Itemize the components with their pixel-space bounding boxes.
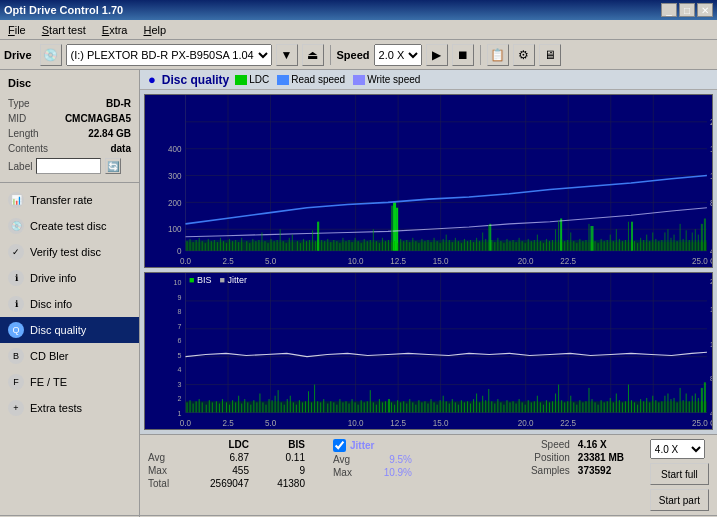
svg-rect-131 bbox=[449, 240, 450, 251]
svg-rect-46 bbox=[187, 241, 188, 251]
app-title: Opti Drive Control 1.70 bbox=[4, 4, 123, 16]
svg-rect-403 bbox=[634, 402, 635, 412]
svg-rect-367 bbox=[525, 404, 526, 412]
svg-rect-87 bbox=[315, 241, 316, 251]
monitor-btn[interactable]: 🖥 bbox=[539, 44, 561, 66]
svg-rect-333 bbox=[421, 402, 422, 412]
label-label: Label bbox=[8, 159, 32, 174]
svg-text:2.5: 2.5 bbox=[222, 255, 234, 265]
svg-rect-421 bbox=[689, 401, 690, 412]
maximize-button[interactable]: □ bbox=[679, 3, 695, 17]
legend-write-speed: Write speed bbox=[353, 74, 420, 85]
svg-rect-402 bbox=[631, 400, 632, 412]
drive-eject-btn[interactable]: ⏏ bbox=[302, 44, 324, 66]
svg-rect-338 bbox=[437, 404, 438, 412]
svg-rect-408 bbox=[649, 402, 650, 412]
nav-extra-tests[interactable]: + Extra tests bbox=[0, 395, 139, 421]
drive-refresh-btn[interactable]: ▼ bbox=[276, 44, 298, 66]
svg-rect-92 bbox=[330, 242, 331, 251]
label-icon-btn[interactable]: 🔄 bbox=[105, 158, 121, 174]
svg-rect-282 bbox=[265, 404, 266, 412]
nav-drive-info[interactable]: ℹ Drive info bbox=[0, 265, 139, 291]
svg-rect-184 bbox=[610, 235, 611, 251]
svg-rect-401 bbox=[628, 384, 629, 412]
nav-cd-bler-label: CD Bler bbox=[30, 350, 69, 362]
svg-rect-284 bbox=[272, 400, 273, 412]
settings-btn[interactable]: ⚙ bbox=[513, 44, 535, 66]
svg-rect-54 bbox=[211, 241, 212, 251]
svg-rect-399 bbox=[622, 402, 623, 412]
svg-rect-172 bbox=[573, 241, 574, 251]
left-panel: Disc Type BD-R MID CMCMAGBA5 Length 22.8… bbox=[0, 70, 140, 515]
svg-rect-129 bbox=[443, 239, 444, 251]
svg-rect-386 bbox=[582, 402, 583, 412]
svg-rect-66 bbox=[249, 243, 250, 251]
svg-rect-422 bbox=[692, 396, 693, 413]
svg-rect-262 bbox=[202, 402, 203, 412]
nav-verify-test-label: Verify test disc bbox=[30, 246, 101, 258]
svg-rect-274 bbox=[241, 403, 242, 412]
speed-select[interactable]: 2.0 X 4.0 X 6.0 X bbox=[374, 44, 422, 66]
dq-title: Disc quality bbox=[162, 73, 229, 87]
menu-start-test[interactable]: Start test bbox=[38, 22, 90, 38]
svg-rect-356 bbox=[491, 401, 492, 412]
disc-info-section: Type BD-R MID CMCMAGBA5 Length 22.84 GB … bbox=[0, 92, 139, 178]
svg-rect-193 bbox=[637, 243, 638, 251]
bis-legend: ■ BIS bbox=[189, 275, 211, 285]
start-full-button[interactable]: Start full bbox=[650, 463, 709, 485]
svg-rect-283 bbox=[269, 399, 270, 412]
svg-rect-130 bbox=[446, 235, 447, 251]
svg-rect-275 bbox=[244, 399, 245, 412]
svg-rect-187 bbox=[619, 239, 620, 251]
svg-rect-285 bbox=[275, 396, 276, 413]
svg-rect-214 bbox=[701, 224, 703, 251]
drive-icon-btn[interactable]: 💿 bbox=[40, 44, 62, 66]
nav-verify-test-disc[interactable]: ✓ Verify test disc bbox=[0, 239, 139, 265]
svg-rect-426 bbox=[704, 382, 706, 412]
copy-btn[interactable]: 📋 bbox=[487, 44, 509, 66]
nav-disc-quality[interactable]: Q Disc quality bbox=[0, 317, 139, 343]
speed-dropdown[interactable]: 4.0 X 2.0 X 6.0 X bbox=[650, 439, 705, 459]
svg-rect-105 bbox=[370, 240, 371, 251]
samples-row: Samples 373592 bbox=[515, 465, 638, 476]
svg-rect-77 bbox=[283, 241, 284, 251]
svg-rect-384 bbox=[576, 404, 577, 412]
start-part-button[interactable]: Start part bbox=[650, 489, 709, 511]
svg-rect-383 bbox=[573, 402, 574, 412]
svg-rect-392 bbox=[601, 400, 602, 412]
nav-transfer-rate[interactable]: 📊 Transfer rate bbox=[0, 187, 139, 213]
play-btn[interactable]: ▶ bbox=[426, 44, 448, 66]
svg-rect-166 bbox=[555, 229, 556, 250]
nav-disc-info[interactable]: ℹ Disc info bbox=[0, 291, 139, 317]
svg-rect-303 bbox=[330, 401, 331, 412]
svg-rect-76 bbox=[280, 229, 281, 250]
label-input[interactable] bbox=[36, 158, 101, 174]
drive-select[interactable]: (I:) PLEXTOR BD-R PX-B950SA 1.04 bbox=[66, 44, 272, 66]
minimize-button[interactable]: _ bbox=[661, 3, 677, 17]
svg-rect-291 bbox=[293, 402, 294, 412]
svg-rect-112 bbox=[391, 206, 393, 251]
nav-create-test-disc[interactable]: 💿 Create test disc bbox=[0, 213, 139, 239]
svg-text:12%: 12% bbox=[710, 339, 712, 348]
jitter-checkbox[interactable] bbox=[333, 439, 346, 452]
nav-disc-quality-label: Disc quality bbox=[30, 324, 86, 336]
svg-rect-202 bbox=[664, 232, 665, 250]
svg-rect-115 bbox=[400, 239, 401, 251]
contents-label: Contents bbox=[8, 141, 48, 156]
menu-help[interactable]: Help bbox=[139, 22, 170, 38]
svg-rect-50 bbox=[199, 238, 200, 251]
position-r-val: 23381 MB bbox=[578, 452, 638, 463]
nav-cd-bler[interactable]: B CD Bler bbox=[0, 343, 139, 369]
svg-rect-181 bbox=[601, 239, 602, 251]
svg-rect-170 bbox=[567, 240, 568, 251]
svg-rect-382 bbox=[570, 396, 571, 413]
close-button[interactable]: ✕ bbox=[697, 3, 713, 17]
menu-extra[interactable]: Extra bbox=[98, 22, 132, 38]
svg-rect-173 bbox=[576, 243, 577, 251]
menu-file[interactable]: File bbox=[4, 22, 30, 38]
svg-rect-96 bbox=[342, 238, 343, 251]
nav-fe-te[interactable]: F FE / TE bbox=[0, 369, 139, 395]
stop-btn[interactable]: ⏹ bbox=[452, 44, 474, 66]
svg-rect-168 bbox=[561, 239, 562, 251]
svg-text:5: 5 bbox=[178, 350, 182, 359]
